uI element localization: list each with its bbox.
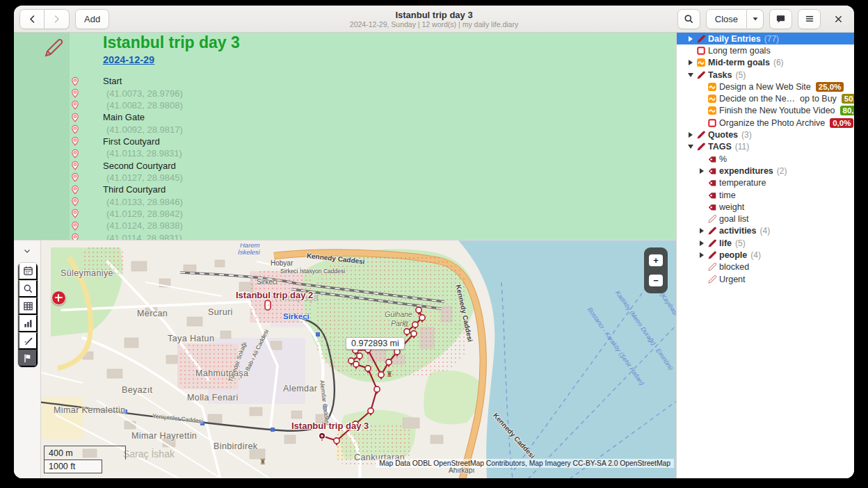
entry-line[interactable]: (41.0114, 28.9831): [14, 231, 676, 240]
tree-row-item[interactable]: %: [677, 153, 854, 165]
tree-row-people[interactable]: people(4): [677, 249, 854, 261]
tree-row-decide-on-the-ne-op-to-buy[interactable]: Decide on the Ne… op to Buy50,0%: [677, 92, 854, 104]
tree-label: Organize the Photo Archive: [719, 118, 825, 128]
tree-label: Urgent: [719, 275, 746, 284]
search-icon: [23, 284, 33, 294]
tag-icon: [707, 178, 719, 188]
map-zoom-control: + −: [644, 247, 668, 293]
expander-open-icon[interactable]: [685, 73, 696, 77]
tree-label: time: [719, 190, 736, 200]
map-pin-icon: [70, 209, 80, 218]
entry-line[interactable]: Second Courtyard: [14, 159, 676, 171]
back-button[interactable]: [19, 9, 45, 29]
tree-row-blocked[interactable]: blocked: [677, 261, 854, 273]
tree-row-daily-entries[interactable]: Daily Entries(77): [677, 33, 854, 44]
pencil-icon: [707, 238, 719, 248]
window-close-button[interactable]: [828, 9, 849, 29]
entry-line[interactable]: Main Gate: [14, 111, 676, 123]
entry-date-link[interactable]: 2024-12-29: [103, 54, 154, 65]
pencil-icon: [696, 34, 708, 44]
tree-row-goal-list[interactable]: goal list: [677, 213, 854, 225]
close-dropdown-button[interactable]: [747, 9, 764, 29]
entry-line[interactable]: (41.0133, 28.9846): [14, 195, 676, 207]
entry-text: First Coutyard: [103, 136, 160, 147]
window-close-icon: [834, 15, 843, 24]
window-title-area: Istanbul trip day 3 2024-12-29, Sunday |…: [350, 10, 518, 29]
panel-toolbar: [17, 262, 38, 368]
panel-tool-search-button[interactable]: [18, 280, 38, 298]
tree-row-time[interactable]: time: [677, 189, 854, 201]
add-location-marker[interactable]: [51, 291, 66, 305]
panel-tool-chart-button[interactable]: [18, 315, 38, 332]
map-pin-icon: [70, 113, 80, 122]
menu-button[interactable]: [798, 9, 821, 29]
tree-row-activities[interactable]: activities(4): [677, 225, 854, 237]
tree-label: people: [719, 250, 747, 260]
expander-closed-icon[interactable]: [696, 228, 707, 234]
diary-editor[interactable]: Istanbul trip day 3 2024-12-29 Start(41.…: [14, 33, 676, 240]
tree-row-weight[interactable]: weight: [677, 201, 854, 213]
entry-line[interactable]: Third Courtyard: [14, 184, 676, 195]
tree-count: (77): [764, 34, 779, 44]
map-pin-icon: [70, 88, 80, 98]
tree-label: Mid-term goals: [708, 58, 770, 67]
chevron-down-icon: [24, 246, 31, 257]
pencil-icon: [696, 130, 708, 140]
entry-line[interactable]: (41.0073, 28.9796): [14, 87, 676, 99]
tree-row-organize-the-photo-archive[interactable]: Organize the Photo Archive0,0%: [677, 117, 854, 129]
expander-closed-icon[interactable]: [696, 168, 707, 174]
map-canvas[interactable]: ♜♜♜ SüleymaniyeHobyarSirkeciHocapaşaS: [40, 241, 676, 478]
map-pin-icon: [70, 136, 80, 146]
entry-line[interactable]: Start: [14, 75, 676, 87]
panel-tool-calendar-button[interactable]: [18, 263, 38, 280]
panel-tool-map-button[interactable]: [18, 350, 38, 367]
main-content: Istanbul trip day 3 2024-12-29 Start(41.…: [14, 33, 854, 478]
tree-row-expenditures[interactable]: expenditures(2): [677, 165, 854, 177]
window-title: Istanbul trip day 3: [350, 10, 518, 20]
tree-row-design-a-new-web-site[interactable]: Design a New Web Site25,0%: [677, 81, 854, 92]
tree-row-tags[interactable]: TAGS(11): [677, 141, 854, 153]
entry-line[interactable]: (41.0092, 28.9817): [14, 123, 676, 135]
entry-line[interactable]: (41.0113, 28.9831): [14, 147, 676, 159]
add-button[interactable]: Add: [75, 9, 109, 29]
map-attribution: Map Data ODBL OpenStreetMap Contributors…: [376, 459, 674, 468]
forward-chevron-icon: [52, 15, 61, 24]
expander-closed-icon[interactable]: [685, 60, 696, 65]
pencil-outline-icon: [707, 262, 719, 272]
collapse-panel-button[interactable]: [19, 244, 35, 259]
tree-row-finish-the-new-youtube-video[interactable]: Finish the New Youtube Video80,0%: [677, 105, 854, 117]
panel-tool-paint-button[interactable]: [18, 332, 38, 350]
expander-closed-icon[interactable]: [696, 252, 707, 258]
forward-button[interactable]: [45, 9, 70, 29]
entry-line[interactable]: (41.0082, 28.9808): [14, 99, 676, 111]
expander-closed-icon[interactable]: [685, 132, 696, 138]
tree-row-urgent[interactable]: Urgent: [677, 273, 854, 285]
completion-badge: 0,0%: [830, 118, 853, 128]
entry-line[interactable]: (41.0127, 28.9845): [14, 172, 676, 184]
tree-count: (4): [750, 250, 761, 260]
tree-row-long-term-goals[interactable]: Long term goals: [677, 44, 854, 56]
tag-icon: [707, 166, 719, 176]
expander-closed-icon[interactable]: [696, 241, 707, 246]
tree-row-mid-term-goals[interactable]: Mid-term goals(6): [677, 57, 854, 69]
tree-label: Quotes: [708, 130, 738, 140]
map-scale: 400 m 1000 ft: [44, 446, 126, 473]
completion-badge: 80,0%: [840, 106, 854, 115]
entry-line[interactable]: (41.0129, 28.9842): [14, 208, 676, 220]
panel-tool-table-button[interactable]: [18, 298, 38, 315]
tree-row-quotes[interactable]: Quotes(3): [677, 129, 854, 140]
expander-open-icon[interactable]: [685, 145, 696, 149]
expander-closed-icon[interactable]: [685, 36, 696, 42]
tree-row-tasks[interactable]: Tasks(5): [677, 69, 854, 81]
tree-row-life[interactable]: life(5): [677, 237, 854, 249]
entry-line[interactable]: First Coutyard: [14, 136, 676, 147]
pencil-icon: [707, 250, 719, 260]
tree-row-temperature[interactable]: temperature: [677, 177, 854, 189]
zoom-in-button[interactable]: +: [649, 254, 663, 266]
zoom-out-button[interactable]: −: [649, 275, 663, 286]
close-diary-button[interactable]: Close: [706, 9, 747, 29]
search-button[interactable]: [677, 9, 700, 29]
entry-line[interactable]: (41.0124, 28.9838): [14, 220, 676, 231]
tree-label: TAGS: [708, 142, 732, 152]
chat-button[interactable]: [769, 9, 792, 29]
